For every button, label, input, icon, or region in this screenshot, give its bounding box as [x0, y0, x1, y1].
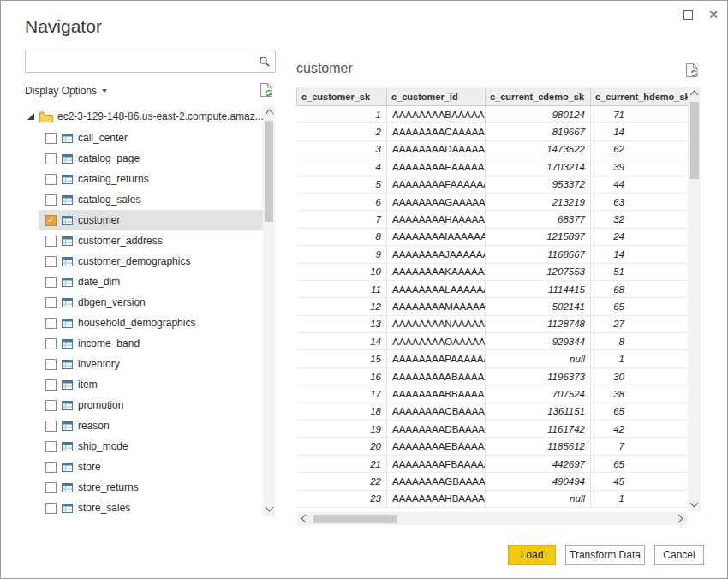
search-icon[interactable]	[259, 56, 271, 68]
tree-item-customer_address[interactable]: customer_address	[39, 230, 263, 251]
unchecked-checkbox-customer_demographics[interactable]	[45, 256, 57, 267]
table-icon	[62, 134, 73, 143]
unchecked-checkbox-catalog_returns[interactable]	[45, 174, 57, 185]
unchecked-checkbox-promotion[interactable]	[45, 400, 57, 411]
preview-hscrollbar-thumb[interactable]	[313, 515, 397, 523]
preview-horizontal-scrollbar[interactable]	[296, 512, 688, 525]
tree-item-promotion[interactable]: promotion	[39, 395, 263, 415]
tree-scrollbar-thumb[interactable]	[265, 121, 273, 222]
table-icon	[62, 319, 73, 328]
unchecked-checkbox-customer_address[interactable]	[45, 236, 57, 247]
transform-data-button[interactable]: Transform Data	[565, 545, 645, 565]
expander-expanded-icon[interactable]	[27, 112, 35, 121]
tree-item-customer[interactable]: ✓customer	[39, 210, 263, 230]
unchecked-checkbox-catalog_page[interactable]	[45, 153, 57, 164]
tree-item-label: customer_demographics	[78, 255, 190, 267]
tree-root-server[interactable]: ec2-3-129-148-86.us-east-2.compute.amaz.…	[25, 105, 263, 128]
unchecked-checkbox-catalog_sales[interactable]	[45, 194, 57, 206]
cell-c_current_hdemo_sk: 39	[591, 158, 689, 176]
scroll-left-icon[interactable]	[301, 515, 310, 523]
unchecked-checkbox-ship_mode[interactable]	[45, 441, 57, 452]
cell-c_customer_id: AAAAAAAAHBAAAAAA	[387, 490, 486, 507]
cell-c_customer_sk: 11	[297, 280, 387, 297]
unchecked-checkbox-store[interactable]	[45, 462, 57, 473]
load-button[interactable]: Load	[508, 545, 556, 565]
scroll-right-icon[interactable]	[675, 515, 683, 523]
tree-item-ship_mode[interactable]: ship_mode	[39, 436, 263, 457]
cell-c_customer_id: AAAAAAAAFBAAAAAA	[387, 455, 486, 472]
tree-item-store_returns[interactable]: store_returns	[39, 477, 263, 498]
cell-c_current_hdemo_sk: 27	[591, 315, 689, 332]
refresh-tree-icon[interactable]	[260, 82, 273, 98]
tree-item-dbgen_version[interactable]: dbgen_version	[39, 292, 263, 313]
tree-item-label: dbgen_version	[78, 296, 146, 308]
cell-c_customer_sk: 14	[297, 333, 387, 350]
table-icon	[62, 298, 73, 307]
tree-item-label: customer	[78, 214, 120, 226]
folder-icon	[39, 111, 53, 122]
table-row: 15AAAAAAAAPAAAAAAAnull1	[297, 350, 689, 367]
scroll-up-icon[interactable]	[266, 110, 274, 118]
cell-c_current_hdemo_sk: 32	[591, 211, 689, 228]
maximize-button[interactable]	[679, 6, 696, 23]
cell-c_current_cdemo_sk: 1128748	[486, 315, 591, 332]
table-row: 5AAAAAAAAFAAAAAAA95337244	[297, 176, 689, 193]
preview-vscrollbar-thumb[interactable]	[690, 102, 699, 179]
cancel-button[interactable]: Cancel	[654, 545, 704, 565]
unchecked-checkbox-dbgen_version[interactable]	[45, 297, 57, 308]
unchecked-checkbox-income_band[interactable]	[45, 338, 57, 349]
scroll-up-icon[interactable]	[690, 91, 699, 99]
close-button[interactable]: ✕	[705, 6, 722, 23]
cell-c_current_hdemo_sk: 42	[591, 421, 689, 438]
table-row: 22AAAAAAAAGBAAAAAA49049445	[297, 473, 689, 490]
tree-items: call_centercatalog_pagecatalog_returnsca…	[25, 128, 275, 516]
display-options-dropdown[interactable]: Display Options	[25, 85, 107, 97]
cell-c_current_hdemo_sk: 1	[591, 490, 689, 507]
unchecked-checkbox-inventory[interactable]	[45, 359, 57, 370]
column-header-c_current_cdemo_sk: c_current_cdemo_sk	[486, 87, 591, 106]
tree-item-catalog_sales[interactable]: catalog_sales	[39, 189, 263, 210]
cell-c_current_cdemo_sk: 707524	[486, 385, 591, 403]
search-box	[25, 51, 276, 73]
scroll-down-icon[interactable]	[690, 499, 699, 508]
tree-item-income_band[interactable]: income_band	[39, 333, 263, 354]
cell-c_customer_sk: 13	[297, 315, 387, 332]
unchecked-checkbox-item[interactable]	[45, 379, 57, 391]
cell-c_current_cdemo_sk: 1361151	[486, 403, 591, 420]
search-input[interactable]	[26, 51, 275, 72]
cell-c_customer_sk: 22	[297, 473, 387, 490]
scroll-down-icon[interactable]	[266, 504, 274, 512]
tree-item-date_dim[interactable]: date_dim	[39, 272, 263, 292]
unchecked-checkbox-store_sales[interactable]	[45, 503, 57, 514]
unchecked-checkbox-store_returns[interactable]	[45, 482, 57, 493]
unchecked-checkbox-reason[interactable]	[45, 421, 57, 432]
tree-item-household_demographics[interactable]: household_demographics	[39, 313, 263, 333]
unchecked-checkbox-date_dim[interactable]	[45, 277, 57, 288]
table-row: 10AAAAAAAAKAAAAAAA120755351	[297, 263, 689, 280]
cell-c_current_cdemo_sk: 929344	[486, 333, 591, 350]
cell-c_current_cdemo_sk: 1161742	[486, 421, 591, 438]
tree-item-store[interactable]: store	[39, 457, 263, 477]
tree-item-label: store	[78, 461, 101, 473]
cell-c_customer_id: AAAAAAAANAAAAAAA	[387, 315, 486, 332]
tree-item-catalog_page[interactable]: catalog_page	[39, 148, 263, 169]
tree-item-catalog_returns[interactable]: catalog_returns	[39, 169, 263, 189]
tree-item-customer_demographics[interactable]: customer_demographics	[39, 251, 263, 272]
unchecked-checkbox-call_center[interactable]	[45, 133, 57, 144]
preview-vertical-scrollbar[interactable]	[688, 87, 701, 512]
table-icon	[62, 236, 73, 246]
tree-item-store_sales[interactable]: store_sales	[39, 498, 263, 516]
preview-table-area: c_customer_skc_customer_idc_current_cdem…	[296, 87, 688, 508]
tree-vertical-scrollbar[interactable]	[263, 105, 275, 516]
cell-c_customer_id: AAAAAAAAPAAAAAAA	[387, 350, 486, 367]
cell-c_customer_id: AAAAAAAAABAAAAAA	[387, 367, 486, 385]
column-header-c_customer_sk: c_customer_sk	[297, 87, 387, 106]
refresh-preview-icon[interactable]	[685, 63, 699, 78]
tree-item-item[interactable]: item	[39, 374, 263, 395]
tree-item-reason[interactable]: reason	[39, 415, 263, 436]
unchecked-checkbox-household_demographics[interactable]	[45, 318, 57, 329]
tree-item-inventory[interactable]: inventory	[39, 354, 263, 374]
tree-item-call_center[interactable]: call_center	[39, 128, 263, 148]
checked-checkbox-customer[interactable]: ✓	[45, 215, 57, 226]
table-row: 6AAAAAAAAGAAAAAAA21321963	[297, 193, 689, 210]
